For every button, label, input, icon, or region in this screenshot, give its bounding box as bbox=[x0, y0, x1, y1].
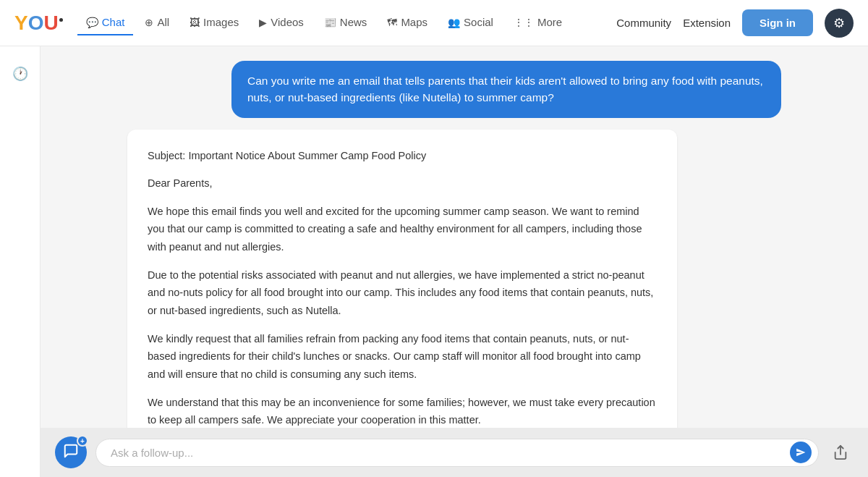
tab-news[interactable]: 📰 News bbox=[315, 10, 376, 35]
tab-all-label: All bbox=[157, 16, 169, 28]
share-button[interactable] bbox=[827, 439, 854, 465]
sidebar: 🕐 bbox=[0, 46, 41, 477]
images-icon: 🖼 bbox=[190, 17, 200, 28]
input-wrapper bbox=[95, 439, 819, 467]
tab-chat[interactable]: 💬 Chat bbox=[77, 10, 134, 35]
tab-maps-label: Maps bbox=[401, 16, 427, 28]
send-button[interactable] bbox=[790, 442, 812, 463]
response-greeting: Dear Parents, bbox=[148, 174, 657, 193]
tab-maps[interactable]: 🗺 Maps bbox=[378, 10, 436, 35]
nav-tabs: 💬 Chat ⊕ All 🖼 Images ▶ Videos 📰 News 🗺 … bbox=[77, 10, 617, 35]
response-paragraph2: Due to the potential risks associated wi… bbox=[148, 266, 657, 320]
scroll-down-indicator[interactable] bbox=[642, 427, 668, 428]
more-icon: ⋮⋮ bbox=[514, 17, 534, 28]
new-chat-button[interactable]: + bbox=[55, 436, 87, 468]
new-chat-badge: + bbox=[77, 435, 88, 447]
logo[interactable]: YOU bbox=[14, 13, 63, 33]
chat-area: Can you write me an email that tells par… bbox=[41, 46, 868, 477]
maps-icon: 🗺 bbox=[387, 17, 397, 28]
chat-icon: 💬 bbox=[86, 17, 98, 28]
settings-icon: ⚙ bbox=[833, 15, 845, 31]
response-paragraph1: We hope this email finds you well and ex… bbox=[148, 203, 657, 256]
news-icon: 📰 bbox=[324, 17, 336, 28]
header-right: Community Extension Sign in ⚙ bbox=[616, 9, 854, 38]
tab-all[interactable]: ⊕ All bbox=[136, 10, 178, 35]
header: YOU 💬 Chat ⊕ All 🖼 Images ▶ Videos 📰 New… bbox=[0, 0, 868, 46]
logo-u: U bbox=[43, 12, 58, 34]
response-paragraph4: We understand that this may be an inconv… bbox=[148, 394, 657, 428]
tab-social-label: Social bbox=[464, 16, 493, 28]
input-bar: + bbox=[41, 428, 868, 477]
settings-button[interactable]: ⚙ bbox=[825, 9, 854, 38]
tab-images[interactable]: 🖼 Images bbox=[181, 10, 247, 35]
extension-link[interactable]: Extension bbox=[683, 17, 731, 29]
logo-y: Y bbox=[14, 12, 28, 34]
history-button[interactable]: 🕐 bbox=[7, 61, 33, 87]
new-chat-icon bbox=[63, 443, 79, 463]
messages-container: Can you write me an email that tells par… bbox=[41, 46, 868, 428]
sign-in-button[interactable]: Sign in bbox=[742, 9, 813, 36]
tab-videos[interactable]: ▶ Videos bbox=[250, 10, 312, 35]
all-icon: ⊕ bbox=[145, 17, 153, 28]
ai-response: Subject: Important Notice About Summer C… bbox=[127, 130, 677, 429]
tab-videos-label: Videos bbox=[271, 16, 304, 28]
tab-more[interactable]: ⋮⋮ More bbox=[505, 10, 571, 35]
logo-o: O bbox=[28, 12, 44, 34]
response-paragraph3: We kindly request that all families refr… bbox=[148, 330, 657, 384]
follow-up-input[interactable] bbox=[95, 439, 819, 467]
history-icon: 🕐 bbox=[12, 66, 28, 82]
logo-dot bbox=[59, 18, 63, 22]
tab-images-label: Images bbox=[203, 16, 239, 28]
social-icon: 👥 bbox=[448, 17, 460, 28]
videos-icon: ▶ bbox=[259, 17, 267, 28]
tab-news-label: News bbox=[340, 16, 367, 28]
response-subject: Subject: Important Notice About Summer C… bbox=[148, 147, 657, 165]
user-message-text: Can you write me an email that tells par… bbox=[247, 75, 763, 104]
user-message: Can you write me an email that tells par… bbox=[231, 61, 781, 118]
tab-chat-label: Chat bbox=[102, 16, 125, 28]
tab-social[interactable]: 👥 Social bbox=[439, 10, 502, 35]
main-content: 🕐 Can you write me an email that tells p… bbox=[0, 46, 868, 477]
tab-more-label: More bbox=[537, 16, 562, 28]
community-link[interactable]: Community bbox=[616, 17, 671, 29]
